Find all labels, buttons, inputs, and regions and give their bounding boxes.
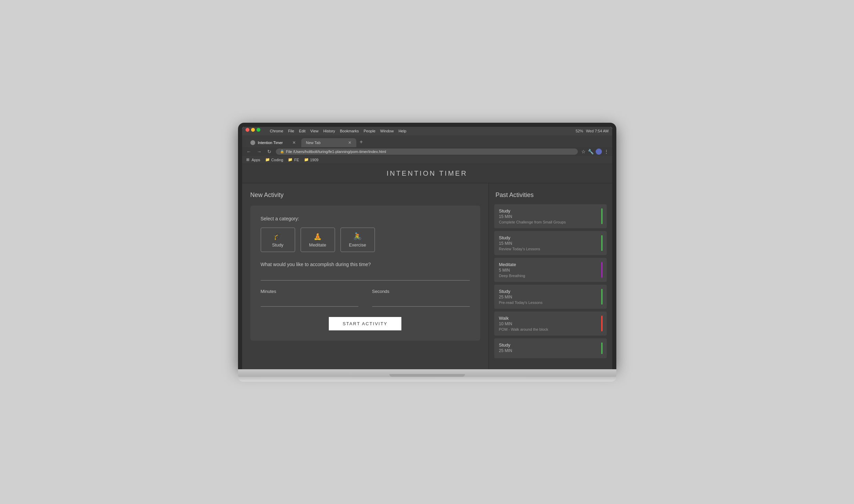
bookmark-coding[interactable]: 📁 Coding <box>265 157 283 162</box>
profile-icon[interactable] <box>596 149 602 155</box>
bookmark-1909-label: 1909 <box>310 158 318 162</box>
past-activity-item-6: Study 25 MIN <box>494 338 607 358</box>
app-body: New Activity Select a category: 🎓 Study … <box>242 183 612 369</box>
activity-1-duration: 15 MIN <box>499 214 602 219</box>
menu-dots-icon[interactable]: ⋮ <box>604 149 609 154</box>
activity-5-duration: 10 MIN <box>499 321 602 326</box>
activity-2-indicator <box>601 235 603 251</box>
menu-people[interactable]: People <box>364 129 375 133</box>
exercise-icon: 🚴 <box>353 232 362 240</box>
activity-2-desc: Review Today's Lessons <box>499 247 602 251</box>
activity-4-indicator <box>601 289 603 305</box>
activity-1-content: Study 15 MIN Complete Challenge from Sma… <box>499 208 602 224</box>
minutes-input[interactable] <box>261 297 358 307</box>
bookmark-fe[interactable]: 📁 FE <box>288 157 299 162</box>
menu-edit[interactable]: Edit <box>299 129 305 133</box>
menu-items: Chrome File Edit View History Bookmarks … <box>270 129 407 133</box>
activity-5-desc: POM - Walk around the block <box>499 327 602 331</box>
past-activity-item-4: Study 25 MIN Pre-read Today's Lessons <box>494 285 607 309</box>
tab-new-tab[interactable]: New Tab ✕ <box>301 138 356 147</box>
minimize-window-btn[interactable] <box>251 128 255 132</box>
seconds-label: Seconds <box>372 289 470 294</box>
study-icon: 🎓 <box>273 232 282 240</box>
accomplishment-input[interactable] <box>261 271 470 281</box>
activity-4-content: Study 25 MIN Pre-read Today's Lessons <box>499 289 602 305</box>
new-tab-button[interactable]: + <box>357 139 366 147</box>
start-btn-wrapper: START ACTIVITY <box>261 317 470 330</box>
select-category-label: Select a category: <box>261 216 470 221</box>
laptop-base <box>238 369 616 377</box>
chrome-tabs-bar: Intention Timer ✕ New Tab ✕ + <box>242 135 612 147</box>
activity-1-desc: Complete Challenge from Small Groups <box>499 220 602 224</box>
forward-button[interactable]: → <box>256 149 263 154</box>
maximize-window-btn[interactable] <box>257 128 260 132</box>
bookmark-1909[interactable]: 📁 1909 <box>304 157 318 162</box>
tab-2-close[interactable]: ✕ <box>348 140 352 145</box>
screen-bezel: Chrome File Edit View History Bookmarks … <box>238 123 616 369</box>
menu-history[interactable]: History <box>323 129 335 133</box>
past-activities-heading: Past Activities <box>494 191 607 199</box>
past-activity-item-5: Walk 10 MIN POM - Walk around the block <box>494 311 607 336</box>
activity-4-duration: 25 MIN <box>499 295 602 299</box>
category-study-label: Study <box>272 242 283 248</box>
bookmark-coding-label: Coding <box>271 158 283 162</box>
tab-intention-timer[interactable]: Intention Timer ✕ <box>246 138 301 147</box>
new-activity-heading: New Activity <box>250 191 480 199</box>
menu-help[interactable]: Help <box>399 129 407 133</box>
category-exercise-btn[interactable]: 🚴 Exercise <box>340 228 375 252</box>
address-bar-input[interactable]: 🔒 File /Users/holtbolt/turing/fe1-planni… <box>276 149 578 155</box>
new-activity-panel: New Activity Select a category: 🎓 Study … <box>242 183 488 369</box>
tab-favicon-1 <box>250 140 255 145</box>
back-button[interactable]: ← <box>246 149 252 154</box>
app-title: INTENTION TIMER <box>248 169 607 177</box>
category-exercise-label: Exercise <box>349 242 366 248</box>
menu-file[interactable]: File <box>288 129 294 133</box>
battery-status: 52% <box>576 129 583 133</box>
browser-action-icons: ☆ 🔧 ⋮ <box>581 149 609 155</box>
folder-1909-icon: 📁 <box>304 157 309 162</box>
activity-form: Select a category: 🎓 Study 🧘 Meditate <box>250 206 480 341</box>
past-activities-panel: Past Activities Study 15 MIN Complete Ch… <box>488 183 612 369</box>
extensions-icon[interactable]: 🔧 <box>588 149 594 154</box>
activity-6-name: Study <box>499 342 602 348</box>
menu-chrome[interactable]: Chrome <box>270 129 283 133</box>
laptop-screen: Chrome File Edit View History Bookmarks … <box>242 127 612 369</box>
activity-1-indicator <box>601 208 603 224</box>
tab-1-close[interactable]: ✕ <box>292 140 296 145</box>
laptop-frame: Chrome File Edit View History Bookmarks … <box>238 123 616 382</box>
seconds-group: Seconds <box>372 289 470 307</box>
category-buttons: 🎓 Study 🧘 Meditate 🚴 Exercise <box>261 228 470 252</box>
past-activity-item-1: Study 15 MIN Complete Challenge from Sma… <box>494 204 607 228</box>
system-time: Wed 7:54 AM <box>586 129 609 133</box>
accomplishment-question: What would you like to accomplish during… <box>261 262 470 267</box>
activity-3-desc: Deep Breathing <box>499 274 602 278</box>
lock-icon: 🔒 <box>280 150 284 153</box>
chrome-tabs: Intention Timer ✕ New Tab ✕ + <box>246 138 609 147</box>
category-study-btn[interactable]: 🎓 Study <box>261 228 295 252</box>
activity-1-name: Study <box>499 208 602 213</box>
mac-window-controls <box>246 128 264 134</box>
time-inputs: Minutes Seconds <box>261 289 470 307</box>
seconds-input[interactable] <box>372 297 470 307</box>
past-activity-item-3: Meditate 5 MIN Deep Breathing <box>494 258 607 282</box>
bookmark-apps[interactable]: ⊞ Apps <box>246 157 260 162</box>
bookmark-apps-label: Apps <box>252 158 260 162</box>
activity-2-content: Study 15 MIN Review Today's Lessons <box>499 235 602 251</box>
chrome-menubar: Chrome File Edit View History Bookmarks … <box>242 127 612 135</box>
menu-bookmarks[interactable]: Bookmarks <box>340 129 359 133</box>
minutes-label: Minutes <box>261 289 358 294</box>
menu-view[interactable]: View <box>310 129 318 133</box>
bookmark-star-icon[interactable]: ☆ <box>581 149 586 154</box>
close-window-btn[interactable] <box>246 128 249 132</box>
activity-4-desc: Pre-read Today's Lessons <box>499 300 602 305</box>
activity-4-name: Study <box>499 289 602 294</box>
url-text: File /Users/holtbolt/turing/fe1-planning… <box>286 150 386 154</box>
chrome-address-bar: ← → ↻ 🔒 File /Users/holtbolt/turing/fe1-… <box>242 147 612 156</box>
refresh-button[interactable]: ↻ <box>266 149 272 154</box>
app-header: INTENTION TIMER <box>242 164 612 183</box>
menu-window[interactable]: Window <box>380 129 394 133</box>
category-meditate-btn[interactable]: 🧘 Meditate <box>301 228 335 252</box>
activity-3-duration: 5 MIN <box>499 268 602 273</box>
start-activity-button[interactable]: START ACTIVITY <box>329 317 401 330</box>
meditate-icon: 🧘 <box>313 232 322 240</box>
